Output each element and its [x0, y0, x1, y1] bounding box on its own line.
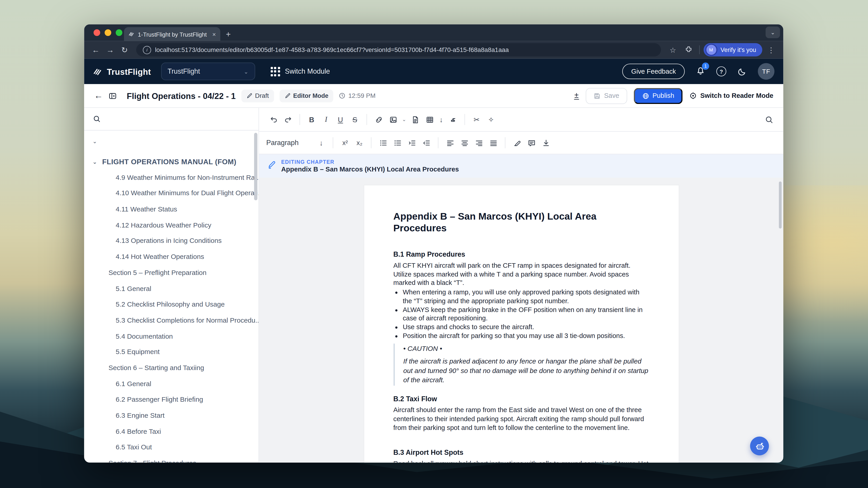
sidebar-item[interactable]: 6.5 Taxi Out: [84, 440, 258, 455]
close-window-button[interactable]: [94, 29, 100, 36]
paragraph-style-select[interactable]: Paragraph: [266, 139, 299, 147]
paragraph-style-arrow-icon[interactable]: ↓: [315, 136, 328, 149]
align-right-button[interactable]: [472, 136, 486, 149]
image-options-chevron-icon[interactable]: ⌄: [401, 113, 407, 126]
chevron-down-icon: ⌄: [92, 159, 97, 165]
window-controls[interactable]: [94, 29, 122, 36]
bullet-list-button[interactable]: [377, 136, 390, 149]
editor-main: B I U S ⌄ ↓ ✂ ✧: [259, 108, 783, 463]
import-export-icon[interactable]: ±: [574, 92, 579, 100]
sidebar-item-manual-title[interactable]: ⌄ FLIGHT OPERATIONS MANUAL (FOM): [84, 154, 258, 169]
export-download-button[interactable]: [539, 136, 553, 149]
superscript-button[interactable]: x²: [338, 136, 352, 149]
sidebar-item[interactable]: 4.14 Hot Weather Operations: [84, 249, 258, 265]
toggle-sidebar-icon[interactable]: [108, 92, 117, 100]
indent-button[interactable]: [405, 136, 419, 149]
tab-overflow-chevron-icon[interactable]: ⌄: [766, 27, 780, 38]
organization-select[interactable]: TrustFlight ⌄: [161, 63, 255, 80]
time-label: 12:59 PM: [348, 92, 376, 99]
sidebar-item[interactable]: 4.9 Weather Minimums for Non-Instrument …: [84, 169, 258, 185]
notifications-button[interactable]: 1: [696, 66, 705, 77]
sidebar-item[interactable]: 4.12 Hazardous Weather Policy: [84, 217, 258, 233]
sidebar-item[interactable]: 4.11 Weather Status: [84, 201, 258, 217]
extensions-icon[interactable]: [682, 45, 695, 55]
numbered-list-button[interactable]: [391, 136, 404, 149]
user-avatar[interactable]: TF: [758, 63, 774, 79]
dark-mode-moon-icon[interactable]: [737, 67, 747, 76]
sidebar-item[interactable]: 4.10 Weather Minimums for Dual Flight Op…: [84, 186, 258, 201]
insert-document-button[interactable]: [408, 113, 422, 126]
content-scrollbar[interactable]: [779, 182, 782, 228]
publish-button[interactable]: Publish: [633, 88, 682, 104]
sidebar-item[interactable]: Section 6 – Starting and Taxiing: [84, 360, 258, 376]
profile-avatar: M: [705, 43, 717, 56]
back-button[interactable]: ←: [94, 91, 103, 101]
sidebar-item[interactable]: 4.13 Operations in Icing Conditions: [84, 233, 258, 249]
editor-mode-badge[interactable]: Editor Mode: [279, 90, 333, 102]
sidebar-item[interactable]: 5.1 General: [84, 281, 258, 296]
sidebar-search[interactable]: [84, 108, 258, 131]
sidebar-item[interactable]: 5.5 Equipment: [84, 344, 258, 360]
blockquote-button[interactable]: [446, 113, 460, 126]
sidebar-item-label: 4.9 Weather Minimums for Non-Instrument …: [116, 173, 258, 181]
highlight-pen-button[interactable]: [510, 136, 524, 149]
help-icon[interactable]: ?: [716, 66, 726, 76]
link-button[interactable]: [372, 113, 385, 126]
last-saved-time: 12:59 PM: [339, 92, 375, 99]
minimize-window-button[interactable]: [105, 29, 111, 36]
sidebar-item[interactable]: 5.4 Documentation: [84, 328, 258, 344]
subscript-button[interactable]: x₂: [353, 136, 366, 149]
sidebar-item[interactable]: Section 5 – Preflight Preparation: [84, 265, 258, 281]
brand-name: TrustFlight: [107, 67, 151, 76]
reload-icon[interactable]: ↻: [119, 45, 131, 54]
align-left-button[interactable]: [444, 136, 457, 149]
sidebar-item[interactable]: 5.3 Checklist Completions for Normal Pro…: [84, 313, 258, 328]
site-info-icon[interactable]: i: [143, 46, 151, 54]
browser-tab[interactable]: 1-TrustFlight by TrustFlight ×: [124, 27, 220, 41]
sidebar-item[interactable]: 6.4 Before Taxi: [84, 423, 258, 439]
redo-button[interactable]: [281, 113, 294, 126]
insert-table-button[interactable]: [423, 113, 436, 126]
search-in-document-button[interactable]: [762, 113, 776, 126]
tab-close-icon[interactable]: ×: [212, 31, 216, 37]
tree-root-toggle[interactable]: ⌄: [84, 133, 258, 149]
verify-its-you-button[interactable]: M Verify it's you: [704, 43, 763, 57]
new-tab-button[interactable]: +: [226, 29, 230, 39]
forward-icon[interactable]: →: [104, 45, 116, 54]
sidebar-item[interactable]: 6.1 General: [84, 376, 258, 392]
switch-module-button[interactable]: Switch Module: [271, 67, 330, 76]
sidebar-item[interactable]: 6.2 Passenger Flight Briefing: [84, 392, 258, 408]
sidebar-item[interactable]: 6.3 Engine Start: [84, 408, 258, 423]
italic-button[interactable]: I: [319, 113, 333, 126]
undo-button[interactable]: [267, 113, 280, 126]
caution-text: If the aircraft is parked adjacent to an…: [403, 357, 650, 385]
address-bar[interactable]: i localhost:5173/documents/editor/b63005…: [136, 43, 660, 57]
chevron-down-icon: ⌄: [92, 138, 97, 144]
strikethrough-button[interactable]: S: [348, 113, 362, 126]
sidebar-item[interactable]: Section 7 - Flight Procedures: [84, 455, 258, 462]
align-center-button[interactable]: [458, 136, 471, 149]
snippet-scissors-button[interactable]: ✂: [470, 113, 483, 126]
insert-image-button[interactable]: [386, 113, 400, 126]
ai-sparkle-button[interactable]: ✧: [485, 113, 498, 126]
ai-assistant-button[interactable]: [750, 436, 769, 455]
zoom-window-button[interactable]: [116, 29, 122, 36]
outdent-button[interactable]: [420, 136, 433, 149]
align-justify-button[interactable]: [487, 136, 500, 149]
sidebar-scrollbar[interactable]: [254, 133, 257, 200]
bookmark-star-icon[interactable]: ☆: [666, 46, 680, 54]
table-insert-arrow-icon[interactable]: ↓: [437, 113, 445, 126]
underline-button[interactable]: U: [334, 113, 347, 126]
sidebar-item[interactable]: 5.2 Checklist Philosophy and Usage: [84, 296, 258, 312]
document-page[interactable]: Appendix B – San Marcos (KHYI) Local Are…: [364, 185, 678, 462]
sidebar-item-label: 4.11 Weather Status: [116, 205, 177, 213]
give-feedback-button[interactable]: Give Feedback: [622, 64, 685, 79]
browser-menu-icon[interactable]: ⋮: [765, 46, 778, 54]
publish-label: Publish: [652, 92, 674, 100]
sidebar-item-label: 5.5 Equipment: [116, 348, 160, 356]
bold-button[interactable]: B: [305, 113, 318, 126]
comment-button[interactable]: [525, 136, 538, 149]
switch-to-reader-mode-button[interactable]: Switch to Reader Mode: [689, 92, 773, 100]
back-icon[interactable]: ←: [90, 45, 102, 54]
save-button[interactable]: Save: [586, 88, 627, 104]
